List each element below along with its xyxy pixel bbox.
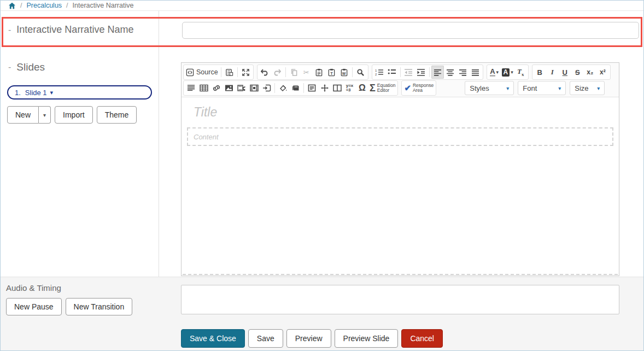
justify-icon[interactable] — [469, 66, 482, 79]
maximize-icon[interactable] — [239, 66, 252, 79]
text-color-button[interactable]: A ▾ — [488, 66, 501, 79]
response-area-button[interactable]: ✔ Response Area — [403, 81, 435, 95]
import-button[interactable]: Import — [55, 106, 93, 124]
fill-style-icon[interactable] — [277, 81, 289, 95]
svg-text:1: 1 — [375, 69, 377, 72]
redo-icon[interactable] — [271, 66, 284, 79]
audio-timing-title: Audio & Timing — [6, 283, 61, 292]
remove-format-icon[interactable]: Tx — [514, 66, 527, 79]
paste-icon[interactable] — [313, 66, 325, 79]
narrative-name-label: Interactive Narrative Name — [16, 24, 133, 36]
move-icon[interactable] — [318, 81, 331, 95]
underline-icon[interactable]: U — [559, 66, 571, 79]
editor-column: Source — [159, 47, 643, 277]
slide-label: Slide 1 — [25, 89, 47, 97]
cut-icon[interactable]: ✂ — [300, 66, 313, 79]
columns-icon[interactable] — [331, 81, 343, 95]
templates-icon[interactable] — [223, 66, 236, 79]
align-right-icon[interactable] — [456, 66, 469, 79]
timeline-track[interactable] — [181, 285, 619, 314]
font-select[interactable]: Font ▾ — [518, 81, 566, 95]
equation-editor-button[interactable]: Σ Equation Editor — [368, 81, 396, 95]
styles-select[interactable]: Styles ▾ — [465, 81, 514, 95]
strikethrough-icon[interactable]: S — [571, 66, 584, 79]
preview-slide-button[interactable]: Preview Slide — [335, 329, 399, 348]
title-placeholder[interactable]: Title — [187, 105, 613, 120]
bulleted-list-icon[interactable] — [386, 66, 399, 79]
italic-icon[interactable]: I — [546, 66, 559, 79]
align-left-icon[interactable] — [431, 66, 444, 79]
chevron-down-icon: ▾ — [558, 85, 561, 91]
slide-item-1[interactable]: 1. Slide 1 ▾ — [7, 85, 152, 100]
source-button[interactable]: Source — [185, 66, 219, 79]
size-select[interactable]: Size ▾ — [570, 81, 605, 95]
checkmark-icon: ✔ — [404, 83, 411, 93]
subscript-icon[interactable]: x₂ — [584, 66, 596, 79]
paste-word-icon[interactable]: W — [338, 66, 350, 79]
collapse-toggle-icon[interactable]: - — [8, 62, 11, 72]
toolbar-row-2: y=x÷3 Ω Σ Equation Editor — [183, 80, 617, 96]
svg-text:2: 2 — [375, 73, 377, 76]
preview-button[interactable]: Preview — [286, 329, 331, 348]
table-icon[interactable] — [197, 81, 210, 95]
chevron-down-icon: ▾ — [511, 69, 513, 75]
link-icon[interactable] — [210, 81, 223, 95]
narrative-name-input[interactable] — [182, 22, 639, 39]
copy-icon[interactable] — [288, 66, 300, 79]
outdent-icon[interactable] — [402, 66, 415, 79]
breadcrumb-separator: / — [66, 2, 68, 9]
source-label: Source — [196, 68, 218, 76]
glossary-book-icon[interactable] — [289, 81, 302, 95]
svg-text:T: T — [330, 71, 333, 75]
indent-icon[interactable] — [415, 66, 428, 79]
align-center-icon[interactable] — [444, 66, 456, 79]
chevron-down-icon: ▾ — [597, 85, 600, 91]
chevron-down-icon: ▾ — [50, 89, 54, 96]
content-placeholder: Content — [188, 133, 219, 141]
editor-toolbar: Source — [182, 63, 619, 97]
bold-icon[interactable]: B — [534, 66, 546, 79]
new-slide-dropdown-button[interactable]: ▾ — [39, 106, 51, 124]
new-slide-button[interactable]: New — [7, 106, 39, 124]
breadcrumb-separator: / — [20, 2, 22, 9]
narrative-name-section: - Interactive Narrative Name — [1, 11, 643, 47]
sigma-icon: Σ — [370, 83, 376, 94]
home-icon[interactable] — [8, 2, 16, 9]
media-icon[interactable] — [235, 81, 248, 95]
breadcrumb: / Precalculus / Interactive Narrative — [1, 1, 643, 11]
text-color-icon: A — [490, 68, 495, 77]
save-and-close-button[interactable]: Save & Close — [181, 329, 245, 348]
new-slide-split-button: New ▾ — [7, 106, 51, 124]
slide-number: 1. — [15, 89, 21, 97]
cancel-button[interactable]: Cancel — [401, 329, 443, 348]
content-dropzone[interactable]: Content — [187, 127, 613, 146]
mathtype-icon[interactable]: y=x÷3 — [343, 81, 356, 95]
image-icon[interactable] — [223, 81, 235, 95]
numbered-list-icon[interactable]: 12 — [373, 66, 386, 79]
paste-text-icon[interactable]: T — [325, 66, 338, 79]
rich-text-editor: Source — [181, 62, 619, 276]
breadcrumb-link-precalculus[interactable]: Precalculus — [26, 2, 62, 9]
find-icon[interactable] — [354, 66, 367, 79]
save-button[interactable]: Save — [248, 329, 283, 348]
theme-button[interactable]: Theme — [97, 106, 137, 124]
collapse-toggle-icon[interactable]: - — [8, 25, 11, 35]
div-container-icon[interactable] — [306, 81, 318, 95]
toolbar-row-1: Source — [183, 65, 617, 80]
breadcrumb-current: Interactive Narrative — [73, 2, 134, 9]
chevron-down-icon: ▾ — [496, 69, 499, 75]
new-transition-button[interactable]: New Transition — [66, 298, 133, 315]
line-spacing-icon[interactable] — [185, 81, 197, 95]
superscript-icon[interactable]: x² — [596, 66, 609, 79]
new-pause-button[interactable]: New Pause — [6, 298, 62, 315]
special-char-icon[interactable]: Ω — [356, 81, 368, 95]
video-icon[interactable] — [248, 81, 260, 95]
background-color-button[interactable]: A ▾ — [501, 66, 514, 79]
main-area: - Slides 1. Slide 1 ▾ New ▾ Import Theme — [1, 47, 643, 277]
editor-content-area[interactable]: Title Content — [182, 97, 619, 276]
embed-page-icon[interactable] — [260, 81, 273, 95]
undo-icon[interactable] — [259, 66, 271, 79]
audio-timing-section: Audio & Timing New Pause New Transition … — [1, 277, 643, 351]
footer-actions: Save & Close Save Preview Preview Slide … — [181, 329, 443, 348]
chevron-down-icon: ▾ — [506, 85, 509, 91]
